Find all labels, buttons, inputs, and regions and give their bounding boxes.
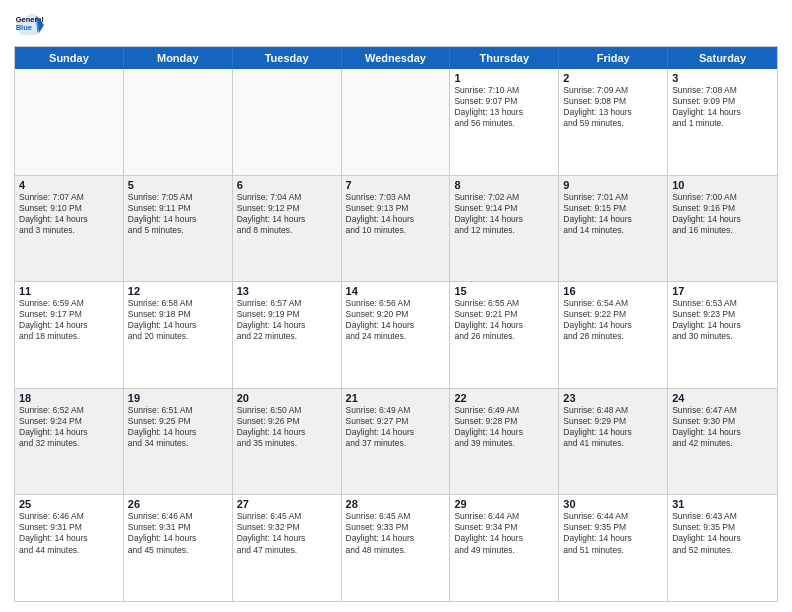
day-cell-16: 16Sunrise: 6:54 AM Sunset: 9:22 PM Dayli… xyxy=(559,282,668,388)
weekday-header-thursday: Thursday xyxy=(450,47,559,69)
day-info: Sunrise: 6:44 AM Sunset: 9:34 PM Dayligh… xyxy=(454,511,554,555)
day-info: Sunrise: 7:09 AM Sunset: 9:08 PM Dayligh… xyxy=(563,85,663,129)
day-info: Sunrise: 7:08 AM Sunset: 9:09 PM Dayligh… xyxy=(672,85,773,129)
day-number: 28 xyxy=(346,498,446,510)
calendar: SundayMondayTuesdayWednesdayThursdayFrid… xyxy=(14,46,778,602)
day-number: 11 xyxy=(19,285,119,297)
logo: General Blue xyxy=(14,10,44,40)
weekday-header-wednesday: Wednesday xyxy=(342,47,451,69)
day-info: Sunrise: 6:57 AM Sunset: 9:19 PM Dayligh… xyxy=(237,298,337,342)
calendar-row-3: 18Sunrise: 6:52 AM Sunset: 9:24 PM Dayli… xyxy=(15,389,777,496)
day-number: 25 xyxy=(19,498,119,510)
day-number: 21 xyxy=(346,392,446,404)
day-info: Sunrise: 6:50 AM Sunset: 9:26 PM Dayligh… xyxy=(237,405,337,449)
empty-cell xyxy=(233,69,342,175)
day-cell-9: 9Sunrise: 7:01 AM Sunset: 9:15 PM Daylig… xyxy=(559,176,668,282)
day-info: Sunrise: 6:45 AM Sunset: 9:32 PM Dayligh… xyxy=(237,511,337,555)
day-number: 30 xyxy=(563,498,663,510)
calendar-row-2: 11Sunrise: 6:59 AM Sunset: 9:17 PM Dayli… xyxy=(15,282,777,389)
day-number: 7 xyxy=(346,179,446,191)
day-number: 12 xyxy=(128,285,228,297)
day-number: 6 xyxy=(237,179,337,191)
day-number: 23 xyxy=(563,392,663,404)
day-number: 26 xyxy=(128,498,228,510)
day-number: 5 xyxy=(128,179,228,191)
empty-cell xyxy=(342,69,451,175)
calendar-header: SundayMondayTuesdayWednesdayThursdayFrid… xyxy=(15,47,777,69)
day-info: Sunrise: 7:03 AM Sunset: 9:13 PM Dayligh… xyxy=(346,192,446,236)
day-info: Sunrise: 7:05 AM Sunset: 9:11 PM Dayligh… xyxy=(128,192,228,236)
page: General Blue SundayMondayTuesdayWednesda… xyxy=(0,0,792,612)
day-number: 2 xyxy=(563,72,663,84)
day-cell-7: 7Sunrise: 7:03 AM Sunset: 9:13 PM Daylig… xyxy=(342,176,451,282)
day-cell-11: 11Sunrise: 6:59 AM Sunset: 9:17 PM Dayli… xyxy=(15,282,124,388)
day-info: Sunrise: 7:10 AM Sunset: 9:07 PM Dayligh… xyxy=(454,85,554,129)
day-info: Sunrise: 6:52 AM Sunset: 9:24 PM Dayligh… xyxy=(19,405,119,449)
day-cell-4: 4Sunrise: 7:07 AM Sunset: 9:10 PM Daylig… xyxy=(15,176,124,282)
day-info: Sunrise: 6:46 AM Sunset: 9:31 PM Dayligh… xyxy=(19,511,119,555)
day-cell-31: 31Sunrise: 6:43 AM Sunset: 9:35 PM Dayli… xyxy=(668,495,777,601)
day-number: 31 xyxy=(672,498,773,510)
day-number: 29 xyxy=(454,498,554,510)
day-cell-15: 15Sunrise: 6:55 AM Sunset: 9:21 PM Dayli… xyxy=(450,282,559,388)
header: General Blue xyxy=(14,10,778,40)
day-cell-26: 26Sunrise: 6:46 AM Sunset: 9:31 PM Dayli… xyxy=(124,495,233,601)
day-info: Sunrise: 7:07 AM Sunset: 9:10 PM Dayligh… xyxy=(19,192,119,236)
day-number: 22 xyxy=(454,392,554,404)
day-cell-29: 29Sunrise: 6:44 AM Sunset: 9:34 PM Dayli… xyxy=(450,495,559,601)
day-number: 14 xyxy=(346,285,446,297)
empty-cell xyxy=(15,69,124,175)
weekday-header-friday: Friday xyxy=(559,47,668,69)
day-info: Sunrise: 6:54 AM Sunset: 9:22 PM Dayligh… xyxy=(563,298,663,342)
day-cell-13: 13Sunrise: 6:57 AM Sunset: 9:19 PM Dayli… xyxy=(233,282,342,388)
day-number: 3 xyxy=(672,72,773,84)
weekday-header-tuesday: Tuesday xyxy=(233,47,342,69)
day-cell-1: 1Sunrise: 7:10 AM Sunset: 9:07 PM Daylig… xyxy=(450,69,559,175)
day-info: Sunrise: 6:59 AM Sunset: 9:17 PM Dayligh… xyxy=(19,298,119,342)
day-info: Sunrise: 6:47 AM Sunset: 9:30 PM Dayligh… xyxy=(672,405,773,449)
day-number: 20 xyxy=(237,392,337,404)
day-cell-6: 6Sunrise: 7:04 AM Sunset: 9:12 PM Daylig… xyxy=(233,176,342,282)
day-cell-23: 23Sunrise: 6:48 AM Sunset: 9:29 PM Dayli… xyxy=(559,389,668,495)
day-number: 19 xyxy=(128,392,228,404)
day-number: 8 xyxy=(454,179,554,191)
empty-cell xyxy=(124,69,233,175)
day-info: Sunrise: 6:56 AM Sunset: 9:20 PM Dayligh… xyxy=(346,298,446,342)
calendar-row-4: 25Sunrise: 6:46 AM Sunset: 9:31 PM Dayli… xyxy=(15,495,777,601)
day-cell-25: 25Sunrise: 6:46 AM Sunset: 9:31 PM Dayli… xyxy=(15,495,124,601)
day-number: 10 xyxy=(672,179,773,191)
day-cell-12: 12Sunrise: 6:58 AM Sunset: 9:18 PM Dayli… xyxy=(124,282,233,388)
day-cell-17: 17Sunrise: 6:53 AM Sunset: 9:23 PM Dayli… xyxy=(668,282,777,388)
day-cell-30: 30Sunrise: 6:44 AM Sunset: 9:35 PM Dayli… xyxy=(559,495,668,601)
day-number: 24 xyxy=(672,392,773,404)
day-cell-27: 27Sunrise: 6:45 AM Sunset: 9:32 PM Dayli… xyxy=(233,495,342,601)
day-cell-10: 10Sunrise: 7:00 AM Sunset: 9:16 PM Dayli… xyxy=(668,176,777,282)
day-info: Sunrise: 7:00 AM Sunset: 9:16 PM Dayligh… xyxy=(672,192,773,236)
calendar-row-1: 4Sunrise: 7:07 AM Sunset: 9:10 PM Daylig… xyxy=(15,176,777,283)
day-info: Sunrise: 6:48 AM Sunset: 9:29 PM Dayligh… xyxy=(563,405,663,449)
day-number: 15 xyxy=(454,285,554,297)
day-number: 1 xyxy=(454,72,554,84)
weekday-header-monday: Monday xyxy=(124,47,233,69)
day-info: Sunrise: 6:44 AM Sunset: 9:35 PM Dayligh… xyxy=(563,511,663,555)
day-cell-21: 21Sunrise: 6:49 AM Sunset: 9:27 PM Dayli… xyxy=(342,389,451,495)
day-cell-5: 5Sunrise: 7:05 AM Sunset: 9:11 PM Daylig… xyxy=(124,176,233,282)
day-info: Sunrise: 6:58 AM Sunset: 9:18 PM Dayligh… xyxy=(128,298,228,342)
day-number: 13 xyxy=(237,285,337,297)
day-info: Sunrise: 6:49 AM Sunset: 9:28 PM Dayligh… xyxy=(454,405,554,449)
day-number: 27 xyxy=(237,498,337,510)
day-info: Sunrise: 6:43 AM Sunset: 9:35 PM Dayligh… xyxy=(672,511,773,555)
day-info: Sunrise: 6:55 AM Sunset: 9:21 PM Dayligh… xyxy=(454,298,554,342)
logo-icon: General Blue xyxy=(14,10,44,40)
day-number: 17 xyxy=(672,285,773,297)
day-cell-18: 18Sunrise: 6:52 AM Sunset: 9:24 PM Dayli… xyxy=(15,389,124,495)
weekday-header-sunday: Sunday xyxy=(15,47,124,69)
day-cell-8: 8Sunrise: 7:02 AM Sunset: 9:14 PM Daylig… xyxy=(450,176,559,282)
day-info: Sunrise: 7:01 AM Sunset: 9:15 PM Dayligh… xyxy=(563,192,663,236)
day-cell-20: 20Sunrise: 6:50 AM Sunset: 9:26 PM Dayli… xyxy=(233,389,342,495)
day-info: Sunrise: 7:02 AM Sunset: 9:14 PM Dayligh… xyxy=(454,192,554,236)
day-info: Sunrise: 6:45 AM Sunset: 9:33 PM Dayligh… xyxy=(346,511,446,555)
calendar-body: 1Sunrise: 7:10 AM Sunset: 9:07 PM Daylig… xyxy=(15,69,777,601)
day-cell-3: 3Sunrise: 7:08 AM Sunset: 9:09 PM Daylig… xyxy=(668,69,777,175)
day-info: Sunrise: 7:04 AM Sunset: 9:12 PM Dayligh… xyxy=(237,192,337,236)
